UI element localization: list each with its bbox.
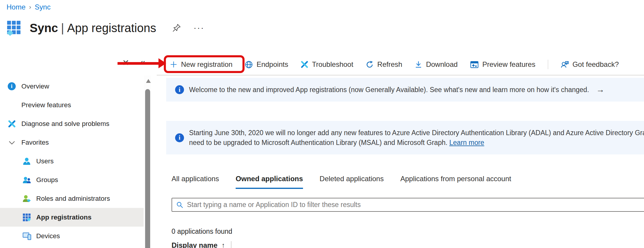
table-header-row: Display name ↑ bbox=[172, 241, 231, 248]
page-title: Sync|App registrations bbox=[30, 21, 156, 35]
page-header: Sync|App registrations ··· bbox=[7, 20, 204, 36]
command-bar: New registration Endpoints Troubleshoot … bbox=[170, 56, 619, 73]
user-icon bbox=[23, 157, 31, 165]
plus-icon bbox=[170, 61, 177, 68]
sidebar-group-favorites[interactable]: Favorites bbox=[0, 133, 144, 152]
breadcrumb-sync-link[interactable]: Sync bbox=[35, 3, 50, 11]
breadcrumb: Home › Sync bbox=[7, 3, 50, 11]
scrollbar-up-arrow[interactable] bbox=[146, 79, 151, 83]
tab-deleted-applications[interactable]: Deleted applications bbox=[320, 175, 384, 189]
preview-features-icon bbox=[470, 61, 479, 69]
role-icon bbox=[23, 195, 31, 203]
tab-all-applications[interactable]: All applications bbox=[172, 175, 219, 189]
adal-banner-line1: Starting June 30th, 2020 we will no long… bbox=[189, 128, 644, 138]
blade-menu: i Overview ✦✦ Preview features Diagnose … bbox=[0, 77, 144, 245]
download-button[interactable]: Download bbox=[415, 60, 458, 69]
filter-search-box[interactable] bbox=[172, 198, 644, 212]
devices-icon bbox=[23, 232, 31, 240]
tab-applications-personal-account[interactable]: Applications from personal account bbox=[400, 175, 511, 189]
new-registration-button[interactable]: New registration bbox=[170, 60, 232, 69]
preview-features-button[interactable]: Preview features bbox=[470, 60, 535, 69]
toolbar-divider bbox=[157, 75, 644, 75]
annotation-arrow-head bbox=[158, 58, 166, 68]
sidebar-scrollbar-thumb[interactable] bbox=[145, 89, 150, 248]
results-count: 0 applications found bbox=[172, 228, 232, 236]
sidebar-item-roles[interactable]: Roles and administrators bbox=[0, 189, 144, 208]
breadcrumb-home-link[interactable]: Home bbox=[7, 3, 26, 11]
sidebar-item-preview-features[interactable]: ✦✦ Preview features bbox=[0, 96, 144, 114]
sparkles-icon: ✦✦ bbox=[8, 101, 16, 109]
info-icon: i bbox=[8, 82, 16, 91]
refresh-icon bbox=[366, 61, 374, 69]
app-registrations-icon bbox=[7, 20, 21, 36]
column-header-display-name[interactable]: Display name bbox=[172, 241, 218, 248]
sidebar-item-devices[interactable]: Devices bbox=[0, 227, 144, 245]
feedback-icon bbox=[561, 61, 569, 69]
download-icon bbox=[415, 61, 422, 68]
learn-more-link[interactable]: Learn more bbox=[449, 139, 484, 146]
tools-icon bbox=[8, 120, 16, 128]
pin-icon[interactable] bbox=[172, 23, 181, 32]
search-input[interactable] bbox=[187, 201, 642, 209]
sidebar-item-diagnose[interactable]: Diagnose and solve problems bbox=[0, 114, 144, 133]
tab-owned-applications[interactable]: Owned applications bbox=[236, 175, 303, 189]
breadcrumb-separator: › bbox=[29, 3, 31, 10]
welcome-banner-text: Welcome to the new and improved App regi… bbox=[189, 86, 589, 94]
sidebar-item-overview[interactable]: i Overview bbox=[0, 77, 144, 96]
search-icon bbox=[176, 201, 183, 208]
sidebar-item-users[interactable]: Users bbox=[0, 152, 144, 170]
welcome-banner: i Welcome to the new and improved App re… bbox=[166, 78, 644, 102]
got-feedback-button[interactable]: Got feedback? bbox=[561, 60, 619, 69]
arrow-right-icon[interactable]: → bbox=[596, 85, 605, 94]
chevron-down-icon bbox=[8, 138, 16, 147]
sidebar-item-groups[interactable]: Groups bbox=[0, 170, 144, 189]
info-icon: i bbox=[175, 85, 184, 94]
endpoints-button[interactable]: Endpoints bbox=[245, 60, 288, 69]
app-registrations-blade: Home › Sync Sync|App registrations · bbox=[0, 0, 644, 248]
troubleshoot-button[interactable]: Troubleshoot bbox=[301, 60, 353, 69]
adal-deprecation-banner: i Starting June 30th, 2020 we will no lo… bbox=[166, 121, 644, 154]
adal-banner-line2: need to be upgraded to Microsoft Authent… bbox=[189, 139, 449, 146]
sidebar-item-app-registrations[interactable]: App registrations bbox=[0, 208, 144, 227]
sort-ascending-icon[interactable]: ↑ bbox=[222, 241, 225, 248]
more-options-icon[interactable]: ··· bbox=[193, 23, 204, 33]
refresh-button[interactable]: Refresh bbox=[366, 60, 402, 69]
toolbar-separator bbox=[548, 60, 548, 69]
close-icon[interactable]: ✕ bbox=[122, 58, 129, 68]
tools-icon bbox=[301, 61, 308, 68]
group-icon bbox=[23, 176, 31, 184]
info-icon: i bbox=[175, 133, 184, 142]
globe-icon bbox=[245, 61, 253, 69]
collapse-menu-icon[interactable]: « bbox=[140, 57, 145, 68]
app-registrations-icon bbox=[23, 213, 31, 222]
adal-banner-text: Starting June 30th, 2020 we will no long… bbox=[189, 128, 644, 148]
column-divider bbox=[231, 241, 231, 248]
application-tabs: All applications Owned applications Dele… bbox=[172, 175, 511, 189]
